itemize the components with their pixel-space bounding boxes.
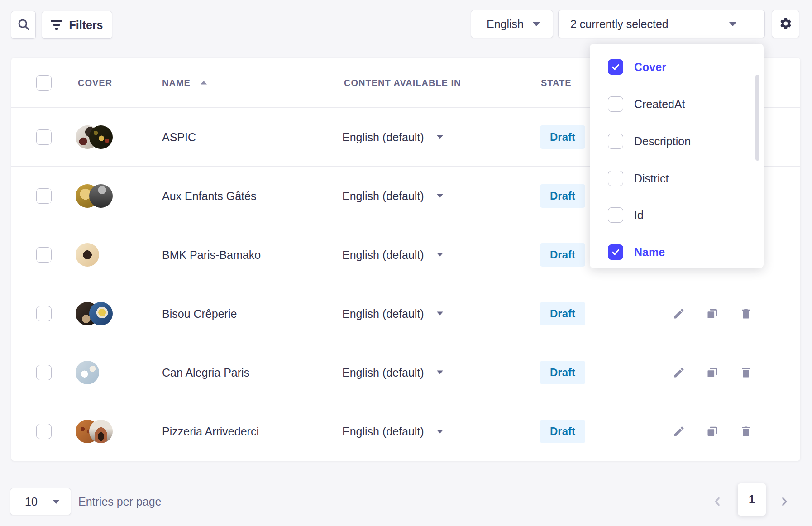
- locale-dropdown[interactable]: English (default): [342, 366, 443, 379]
- chevron-down-icon: [729, 22, 736, 26]
- chevron-down-icon: [53, 500, 60, 504]
- column-header-name[interactable]: NAME: [162, 77, 207, 88]
- filters-button[interactable]: Filters: [42, 11, 112, 39]
- select-all-checkbox[interactable]: [36, 75, 52, 91]
- gear-icon: [779, 17, 793, 32]
- columns-select[interactable]: 2 currently selected: [558, 10, 765, 38]
- entries-per-page-label: Entries per page: [78, 488, 161, 515]
- page-size-value: 10: [25, 495, 38, 508]
- chevron-down-icon: [437, 430, 443, 433]
- column-picker-item-createdat[interactable]: CreatedAt: [590, 88, 764, 120]
- page-number-button[interactable]: 1: [738, 483, 766, 516]
- filters-button-label: Filters: [69, 19, 103, 32]
- row-checkbox[interactable]: [36, 424, 52, 439]
- chevron-down-icon: [437, 253, 443, 257]
- delete-button[interactable]: [739, 425, 753, 438]
- cover-cell: [76, 301, 125, 326]
- column-header-state: STATE: [541, 77, 572, 88]
- cover-cell: [76, 419, 125, 444]
- language-select-value: English: [487, 18, 524, 31]
- row-checkbox[interactable]: [36, 365, 52, 380]
- duplicate-button[interactable]: [706, 307, 719, 320]
- cover-avatar: [76, 243, 99, 267]
- entry-name: Aux Enfants Gâtés: [162, 189, 256, 202]
- pencil-icon: [673, 307, 685, 320]
- status-badge: Draft: [540, 361, 585, 384]
- entry-name: Pizzeria Arrivederci: [162, 425, 259, 438]
- previous-page-button[interactable]: [710, 494, 725, 509]
- delete-button[interactable]: [739, 307, 753, 320]
- column-picker-item-id[interactable]: Id: [590, 199, 764, 231]
- settings-button[interactable]: [772, 10, 799, 38]
- chevron-down-icon: [437, 371, 443, 374]
- column-picker-item-name[interactable]: Name: [590, 236, 764, 268]
- edit-button[interactable]: [672, 425, 686, 438]
- sort-ascending-icon: [201, 81, 207, 85]
- table-row[interactable]: Can Alegria Paris English (default) Draf…: [11, 343, 800, 402]
- locale-dropdown[interactable]: English (default): [342, 189, 443, 202]
- column-header-content-available-in: CONTENT AVAILABLE IN: [344, 77, 461, 88]
- chevron-down-icon: [437, 194, 443, 198]
- row-actions: [672, 425, 753, 438]
- cover-avatar: [76, 361, 99, 384]
- entry-name: ASPIC: [162, 130, 196, 143]
- row-checkbox[interactable]: [36, 247, 52, 263]
- locale-dropdown[interactable]: English (default): [342, 130, 443, 143]
- row-checkbox[interactable]: [36, 306, 52, 321]
- columns-select-value: 2 currently selected: [570, 18, 669, 31]
- cover-avatar: [89, 184, 113, 208]
- column-picker-item-description[interactable]: Description: [590, 125, 764, 157]
- locale-dropdown[interactable]: English (default): [342, 248, 443, 261]
- locale-dropdown[interactable]: English (default): [342, 307, 443, 320]
- checkbox[interactable]: [608, 96, 623, 112]
- pencil-icon: [673, 425, 685, 438]
- table-row[interactable]: Pizzeria Arrivederci English (default) D…: [11, 402, 800, 461]
- duplicate-button[interactable]: [706, 366, 719, 379]
- page-size-select[interactable]: 10: [10, 488, 71, 515]
- next-page-button[interactable]: [777, 494, 792, 509]
- status-badge: Draft: [540, 125, 585, 149]
- checkbox[interactable]: [608, 134, 623, 149]
- duplicate-icon: [706, 307, 719, 320]
- checkbox[interactable]: [608, 171, 623, 186]
- row-checkbox[interactable]: [36, 188, 52, 204]
- chevron-down-icon: [533, 22, 540, 26]
- delete-button[interactable]: [739, 366, 753, 379]
- row-actions: [672, 307, 753, 320]
- trash-icon: [740, 307, 752, 320]
- status-badge: Draft: [540, 302, 585, 325]
- checkbox[interactable]: [608, 59, 623, 75]
- cover-avatar: [89, 420, 113, 443]
- search-icon: [17, 18, 30, 33]
- scrollbar-thumb[interactable]: [755, 75, 759, 161]
- pencil-icon: [673, 366, 685, 379]
- chevron-down-icon: [437, 135, 443, 139]
- edit-button[interactable]: [672, 366, 686, 379]
- column-picker-panel: Cover CreatedAt Description District Id …: [590, 44, 764, 268]
- entry-name: BMK Paris-Bamako: [162, 248, 261, 261]
- edit-button[interactable]: [672, 307, 686, 320]
- filter-icon: [51, 20, 62, 30]
- cover-avatar: [89, 125, 113, 149]
- checkbox[interactable]: [608, 207, 623, 223]
- checkbox[interactable]: [608, 244, 623, 260]
- status-badge: Draft: [540, 184, 585, 208]
- locale-dropdown[interactable]: English (default): [342, 425, 443, 438]
- row-checkbox[interactable]: [36, 129, 52, 145]
- column-picker-item-cover[interactable]: Cover: [590, 51, 764, 83]
- search-button[interactable]: [11, 11, 36, 39]
- cover-cell: [76, 360, 125, 385]
- trash-icon: [740, 425, 752, 438]
- chevron-down-icon: [437, 312, 443, 316]
- row-actions: [672, 366, 753, 379]
- cover-cell: [76, 184, 125, 208]
- status-badge: Draft: [540, 420, 585, 443]
- cover-cell: [76, 125, 125, 149]
- trash-icon: [740, 366, 752, 379]
- chevron-right-icon: [779, 496, 790, 507]
- duplicate-button[interactable]: [706, 425, 719, 438]
- table-row[interactable]: Bisou Crêperie English (default) Draft: [11, 284, 800, 343]
- chevron-left-icon: [712, 496, 723, 507]
- column-picker-item-district[interactable]: District: [590, 163, 764, 194]
- language-select[interactable]: English: [471, 10, 553, 38]
